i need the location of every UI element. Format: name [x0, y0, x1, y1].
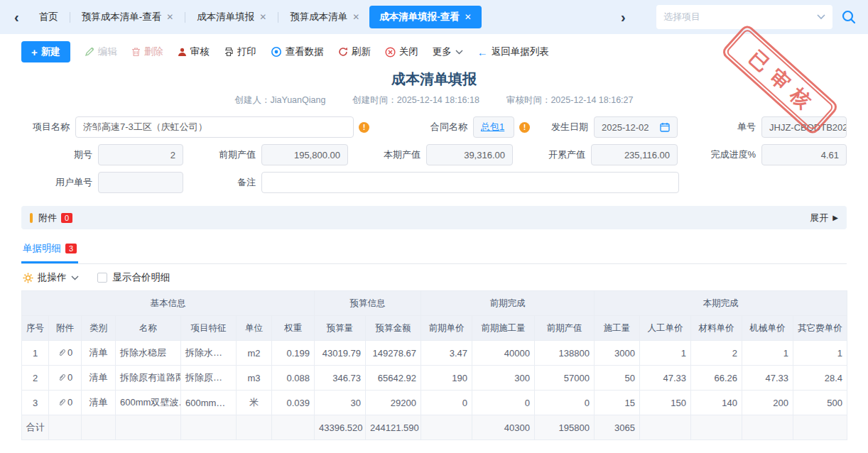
triangle-right-icon: ▶ — [832, 214, 838, 222]
total-cell-mach_price — [742, 415, 793, 440]
expand-button[interactable]: 展开 ▶ — [810, 212, 838, 224]
close-icon[interactable]: ✕ — [259, 12, 266, 22]
close-circle-icon — [385, 47, 396, 58]
attachment-bar[interactable]: 附件 0 展开 ▶ — [21, 206, 847, 229]
progress-field[interactable]: 4.61 — [761, 144, 847, 165]
project-select[interactable]: 选择项目 — [656, 5, 832, 29]
print-button[interactable]: 打印 — [224, 45, 256, 58]
cell-other_price: 1 — [793, 341, 847, 366]
column-header-idx: 序号 — [22, 316, 49, 341]
table-row[interactable]: 10清单拆除水稳层拆除水…m20.19943019.79149278.673.4… — [22, 341, 847, 366]
total-cell-other_price — [793, 415, 847, 440]
table-row[interactable]: 20清单拆除原有道路两…拆除原…m30.088346.7365642.92190… — [22, 366, 847, 391]
group-header: 基本信息 — [22, 291, 315, 316]
cell-weight: 0.039 — [272, 391, 315, 415]
detail-count-badge: 3 — [65, 244, 77, 253]
calendar-icon[interactable] — [660, 122, 670, 132]
tab-budget-cost-list-view[interactable]: 预算成本清单-查看✕ — [72, 6, 184, 28]
total-cell-mat_price — [691, 415, 742, 440]
search-icon[interactable] — [840, 8, 858, 26]
batch-operation-button[interactable]: 批操作 — [23, 271, 79, 284]
cell-mach_price: 1 — [742, 341, 793, 366]
cell-prev_qty: 0 — [472, 391, 535, 415]
tab-home[interactable]: 首页 — [29, 6, 68, 28]
column-header-cur_qty: 施工量 — [595, 316, 640, 341]
cell-prev_price: 3.47 — [421, 341, 472, 366]
column-header-labor_price: 人工单价 — [640, 316, 691, 341]
tab-strip: 首页 预算成本清单-查看✕ 成本清单填报✕ 预算成本清单✕ 成本清单填报-查看✕ — [29, 6, 482, 28]
close-icon[interactable]: ✕ — [465, 12, 472, 22]
cell-idx: 1 — [22, 341, 49, 366]
user-doc-no-field[interactable] — [98, 172, 183, 193]
cell-cur_qty: 15 — [595, 391, 640, 415]
total-cell-category — [82, 415, 116, 440]
occur-date-field[interactable]: 2025-12-02 — [594, 116, 678, 138]
total-cell-unit — [237, 415, 272, 440]
arrow-left-icon: ← — [477, 46, 488, 58]
total-cell-attach — [49, 415, 82, 440]
cell-mat_price: 140 — [691, 391, 742, 415]
doc-no-field[interactable]: JHJZ-CBQDTB2025 — [761, 116, 847, 138]
audit-button[interactable]: 审核 — [178, 45, 210, 58]
cell-idx: 3 — [22, 391, 49, 415]
contract-name-field[interactable]: 总包1 — [473, 116, 514, 138]
cell-mat_price: 2 — [691, 341, 742, 366]
remark-field[interactable] — [261, 172, 679, 193]
prev-output-field[interactable]: 195,800.00 — [261, 144, 348, 165]
cell-labor_price: 150 — [640, 391, 691, 415]
tab-cost-list-fill[interactable]: 成本清单填报✕ — [187, 6, 276, 28]
group-header: 前期完成 — [421, 291, 595, 316]
tabs-forward-chevron-icon[interactable]: › — [617, 9, 630, 26]
tabs-back-chevron-icon[interactable]: ‹ — [10, 9, 23, 26]
tab-budget-cost-list[interactable]: 预算成本清单✕ — [280, 6, 369, 28]
cell-prev_price: 190 — [421, 366, 472, 391]
cell-other_price: 500 — [793, 391, 847, 415]
cell-budget_amt: 149278.67 — [366, 341, 421, 366]
close-icon[interactable]: ✕ — [166, 12, 173, 22]
tab-separator — [185, 12, 185, 23]
column-header-attach: 附件 — [49, 316, 82, 341]
current-output-field[interactable]: 39,316.00 — [426, 144, 513, 165]
refresh-button[interactable]: 刷新 — [338, 45, 371, 58]
project-name-field[interactable]: 济邹高速7-3工区（庆虹公司） — [75, 116, 354, 138]
cell-unit: m2 — [237, 341, 272, 366]
delete-button[interactable]: 删除 — [131, 45, 163, 58]
contract-link[interactable]: 总包1 — [481, 121, 504, 133]
cell-mach_price: 200 — [742, 391, 793, 415]
more-button[interactable]: 更多 — [433, 45, 463, 58]
total-cell-cur_qty: 3065 — [595, 415, 640, 440]
column-header-name: 名称 — [116, 316, 181, 341]
column-header-budget_qty: 预算量 — [315, 316, 366, 341]
view-data-button[interactable]: 查看数据 — [271, 45, 324, 58]
column-header-prev_value: 前期产值 — [535, 316, 595, 341]
cumulative-output-field[interactable]: 235,116.00 — [591, 144, 678, 165]
batch-row: 批操作 显示合价明细 — [21, 264, 847, 290]
table-row[interactable]: 30清单600mm双壁波…600mm…米0.039302920000015150… — [22, 391, 847, 415]
back-to-list-button[interactable]: ← 返回单据列表 — [477, 45, 549, 58]
checkbox-icon — [97, 273, 107, 283]
cell-name: 拆除原有道路两… — [116, 366, 181, 391]
cell-prev_value: 0 — [535, 391, 595, 415]
cell-weight: 0.199 — [272, 341, 315, 366]
cell-weight: 0.088 — [272, 366, 315, 391]
new-button[interactable]: +新建 — [21, 41, 70, 62]
cell-attach: 0 — [49, 341, 82, 366]
cell-prev_value: 57000 — [535, 366, 595, 391]
edit-button[interactable]: 编辑 — [85, 45, 117, 58]
cell-feature: 拆除水… — [181, 341, 237, 366]
show-total-price-detail-checkbox[interactable]: 显示合价明细 — [97, 271, 170, 284]
tab-doc-detail[interactable]: 单据明细 3 — [21, 238, 78, 263]
cell-budget_qty: 346.73 — [315, 366, 366, 391]
info-icon[interactable] — [359, 122, 369, 133]
table-group-header-row: 基本信息预算信息前期完成本期完成 — [22, 291, 847, 316]
close-doc-button[interactable]: 关闭 — [385, 45, 418, 58]
cell-unit: m3 — [237, 366, 272, 391]
eye-icon — [271, 46, 282, 58]
cell-budget_amt: 65642.92 — [366, 366, 421, 391]
total-cell-prev_price — [421, 415, 472, 440]
tab-cost-list-fill-view-active[interactable]: 成本清单填报-查看✕ — [369, 6, 482, 28]
cell-budget_amt: 29200 — [366, 391, 421, 415]
close-icon[interactable]: ✕ — [352, 12, 359, 22]
info-icon[interactable] — [519, 122, 530, 133]
period-field[interactable]: 2 — [98, 144, 183, 165]
